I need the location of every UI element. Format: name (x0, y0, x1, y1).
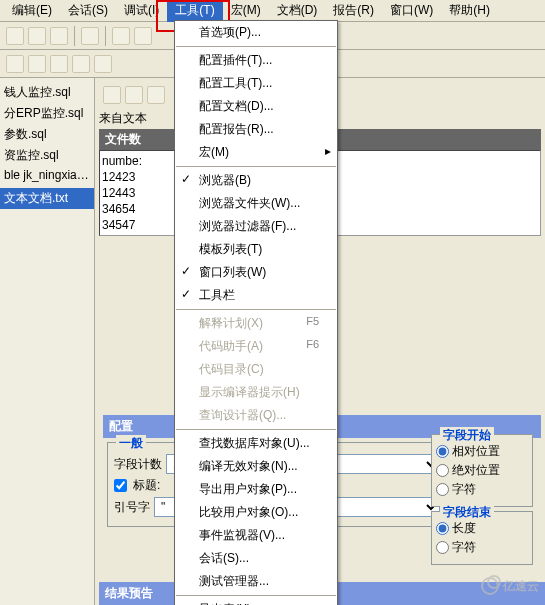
menu-debug[interactable]: 调试(I) (116, 0, 167, 22)
quote-label: 引号字 (114, 499, 150, 516)
menu-item[interactable]: 导出表(X)... (175, 598, 337, 605)
separator (176, 429, 336, 430)
menu-item[interactable]: 配置工具(T)... (175, 72, 337, 95)
menu-item[interactable]: 窗口列表(W) (175, 261, 337, 284)
sql-icon[interactable] (72, 55, 90, 73)
menu-item[interactable]: 浏览器文件夹(W)... (175, 192, 337, 215)
title-checkbox[interactable] (114, 479, 127, 492)
file-item[interactable]: 参数.sql (0, 124, 94, 145)
print-icon[interactable] (81, 27, 99, 45)
file-item[interactable]: 资监控.sql (0, 145, 94, 166)
exec-icon[interactable] (6, 55, 24, 73)
menu-session[interactable]: 会话(S) (60, 0, 116, 22)
menu-item[interactable]: 导出用户对象(P)... (175, 478, 337, 501)
menu-window[interactable]: 窗口(W) (382, 0, 441, 22)
table-icon[interactable] (94, 55, 112, 73)
menu-item[interactable]: 浏览器(B) (175, 169, 337, 192)
accelerator: F6 (306, 338, 319, 350)
fe-char-label: 字符 (452, 539, 476, 556)
redo-icon[interactable] (134, 27, 152, 45)
fe-length-label: 长度 (452, 520, 476, 537)
menu-item[interactable]: 浏览器过滤器(F)... (175, 215, 337, 238)
field-start-legend: 字段开始 (440, 427, 494, 444)
file-item-selected[interactable]: 文本文档.txt (0, 188, 94, 209)
file-list-pane: 钱人监控.sql 分ERP监控.sql 参数.sql 资监控.sql ble j… (0, 78, 95, 605)
menu-item[interactable]: 测试管理器... (175, 570, 337, 593)
separator (74, 26, 75, 46)
menu-edit[interactable]: 编辑(E) (4, 0, 60, 22)
fs-char-radio[interactable] (436, 483, 449, 496)
commit-icon[interactable] (28, 55, 46, 73)
doc-paste-icon[interactable] (125, 86, 143, 104)
file-item[interactable]: 分ERP监控.sql (0, 103, 94, 124)
open-icon[interactable] (28, 27, 46, 45)
menu-report[interactable]: 报告(R) (325, 0, 382, 22)
fe-length-radio[interactable] (436, 522, 449, 535)
fs-absolute-label: 绝对位置 (452, 462, 500, 479)
globe-icon (481, 577, 499, 595)
menu-item[interactable]: 查找数据库对象(U)... (175, 432, 337, 455)
menu-item: 查询设计器(Q)... (175, 404, 337, 427)
menu-item[interactable]: 比较用户对象(O)... (175, 501, 337, 524)
menu-item: 代码目录(C) (175, 358, 337, 381)
fs-relative-label: 相对位置 (452, 443, 500, 460)
separator (176, 309, 336, 310)
menu-item: 代码助手(A)F6 (175, 335, 337, 358)
menu-item[interactable]: 首选项(P)... (175, 21, 337, 44)
separator (176, 46, 336, 47)
menu-tools[interactable]: 工具(T) (167, 0, 222, 22)
save-icon[interactable] (50, 27, 68, 45)
menu-macro[interactable]: 宏(M) (223, 0, 269, 22)
menu-item[interactable]: 配置文档(D)... (175, 95, 337, 118)
file-item[interactable]: ble jk_ningxia_user(i (0, 166, 94, 184)
undo-icon[interactable] (112, 27, 130, 45)
new-icon[interactable] (6, 27, 24, 45)
doc-refresh-icon[interactable] (147, 86, 165, 104)
menu-item[interactable]: 会话(S)... (175, 547, 337, 570)
general-legend: 一般 (116, 435, 146, 452)
menu-item[interactable]: 模板列表(T) (175, 238, 337, 261)
menu-item[interactable]: 事件监视器(V)... (175, 524, 337, 547)
field-options: 字段开始 相对位置 绝对位置 字符 字段结束 长度 字符 (427, 430, 537, 569)
fs-relative-radio[interactable] (436, 445, 449, 458)
menu-item[interactable]: 配置报告(R)... (175, 118, 337, 141)
field-count-label: 字段计数 (114, 456, 162, 473)
menu-item[interactable]: 工具栏 (175, 284, 337, 307)
field-end-legend: 字段结束 (440, 504, 494, 521)
submenu-arrow-icon: ▸ (325, 144, 331, 158)
menu-item: 显示编译器提示(H) (175, 381, 337, 404)
separator (176, 166, 336, 167)
menu-docs[interactable]: 文档(D) (269, 0, 326, 22)
tools-dropdown: 首选项(P)...配置插件(T)...配置工具(T)...配置文档(D)...配… (174, 20, 338, 605)
watermark-text: 亿速云 (503, 578, 539, 595)
watermark: 亿速云 (481, 577, 539, 595)
accelerator: F5 (306, 315, 319, 327)
menu-item[interactable]: 编译无效对象(N)... (175, 455, 337, 478)
file-item[interactable]: 钱人监控.sql (0, 82, 94, 103)
doc-open-icon[interactable] (103, 86, 121, 104)
menu-item: 解释计划(X)F5 (175, 312, 337, 335)
title-label: 标题: (133, 477, 160, 494)
rollback-icon[interactable] (50, 55, 68, 73)
separator (176, 595, 336, 596)
menu-item[interactable]: 配置插件(T)... (175, 49, 337, 72)
fs-absolute-radio[interactable] (436, 464, 449, 477)
fs-char-label: 字符 (452, 481, 476, 498)
menu-help[interactable]: 帮助(H) (441, 0, 498, 22)
fe-char-radio[interactable] (436, 541, 449, 554)
menubar: 编辑(E) 会话(S) 调试(I) 工具(T) 宏(M) 文档(D) 报告(R)… (0, 0, 545, 22)
menu-item[interactable]: 宏(M)▸ (175, 141, 337, 164)
separator (105, 26, 106, 46)
